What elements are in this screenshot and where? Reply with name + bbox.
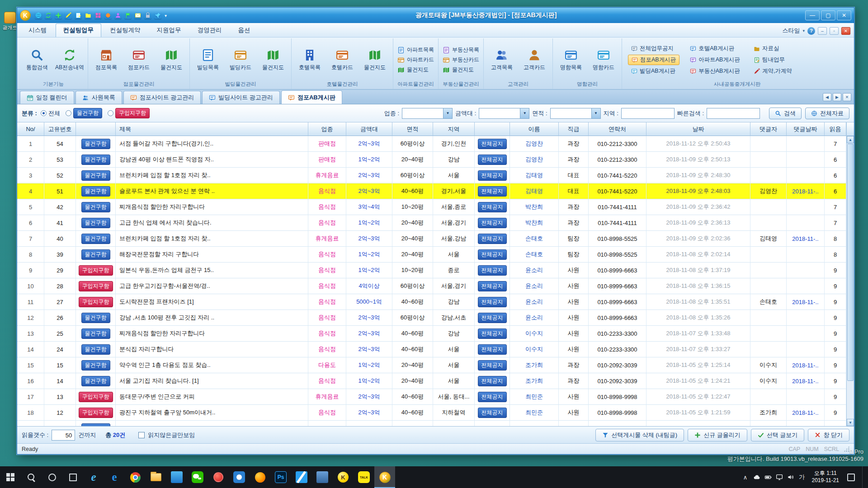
mail-icon[interactable] [134,12,142,19]
column-header[interactable]: 고유번호 [44,122,76,136]
menu-tab[interactable]: 컨설팅업무 [56,23,102,37]
document-icon[interactable] [75,12,82,19]
table-row[interactable]: 641물건구함고급 한식 업체 에서 자리 찾습니다.음식점1억~2억20~40… [17,215,846,231]
filter-select[interactable]: ▼ [550,108,601,119]
show-desktop-button[interactable] [862,466,864,488]
filter-select[interactable]: ▼ [402,108,453,119]
usb-icon[interactable] [154,12,161,19]
ribbon-item[interactable]: AB전송내역 [54,47,85,73]
view-selected-button[interactable]: 선택 글보기 [751,429,805,441]
taskbar-kakaotalk[interactable]: TALK [354,466,374,488]
column-header[interactable]: 날짜 [646,122,750,136]
ribbon-item[interactable]: 호텔카드 [326,47,358,73]
column-header[interactable]: 지역 [433,122,475,136]
document-tab[interactable]: 점포사이트 광고관리 [123,91,201,104]
tab-scroll-left-button[interactable]: ◀ [823,93,831,101]
ribbon-item[interactable]: 점포카드 [123,47,155,73]
edit-icon[interactable] [65,12,72,19]
board-item[interactable]: 전체업무공지 [628,44,679,53]
board-item[interactable]: 빌딩AB게시판 [628,66,679,76]
taskbar-search[interactable] [21,466,42,488]
column-header[interactable] [475,122,510,136]
mdi-minimize-button[interactable]: – [818,27,827,35]
tray-network-icon[interactable] [776,474,783,481]
table-row[interactable]: 1515물건구함약수역 인근 1층 다용도 점포 찾습..다용도1억~2억20~… [17,357,846,373]
sync-icon[interactable] [45,12,52,19]
board-item[interactable]: 자료실 [750,44,795,53]
column-header[interactable]: 읽음 [825,122,846,136]
taskbar-cortana[interactable] [42,466,62,488]
read-count-input[interactable]: 50 [52,430,75,441]
document-tab[interactable]: 빌딩사이트 광고관리 [202,91,280,104]
taskbar-photoshop[interactable]: Ps [270,466,291,488]
table-row[interactable]: 154물건구함서점 들어갈 자리 구합니다(경기,인..판매점2억~3억60평이… [17,136,846,152]
scroll-up-button[interactable]: ▲ [847,136,854,143]
desktop-shortcut[interactable]: 광개토 [2,12,18,31]
table-row[interactable]: 352물건구함브런치카페 입점 할 1호점 자리 찾..휴게음료2억~3억60평… [17,168,846,183]
menu-tab[interactable]: 컨설팅계약 [102,23,148,37]
menu-tab[interactable]: 경영관리 [190,23,230,37]
column-header[interactable] [76,122,116,136]
filter-radio[interactable]: 전체 [41,109,60,117]
taskbar-camera[interactable] [229,466,250,488]
record-icon[interactable] [104,12,112,19]
column-header[interactable]: 업종 [308,122,346,136]
taskbar-task-view[interactable] [62,466,83,488]
ribbon-item[interactable]: 고객목록 [486,47,518,73]
add-icon[interactable] [55,12,62,19]
taskbar-wechat[interactable] [187,466,208,488]
column-header[interactable]: 면적 [392,122,433,136]
ribbon-item[interactable]: 부동산카드 [441,56,481,64]
tray-battery-icon[interactable] [764,474,772,481]
taskbar-gwanggaeto[interactable]: K [374,466,395,488]
delete-selected-button[interactable]: 선택게시물 삭제 (내팀글) [595,429,684,441]
ribbon-item[interactable]: 부동산목록 [441,46,481,54]
ribbon-item[interactable]: 물건지도 [441,66,476,74]
style-menu[interactable]: 스타일 [782,27,800,35]
taskbar-obs-record[interactable] [208,466,229,488]
filter-input[interactable] [621,108,675,119]
table-row[interactable]: 1325물건구함찌개음식점 할만한 자리구합니다음식점2억~3억40~60평강남… [17,326,846,342]
ribbon-item[interactable]: 통합검색 [21,47,53,73]
taskbar-edge[interactable]: e [104,466,125,488]
document-tab[interactable]: 사원목록 [75,91,122,104]
unread-only-checkbox[interactable] [138,432,145,438]
ribbon-item[interactable]: 물건지도 [359,47,391,73]
taskbar-photos[interactable] [166,466,187,488]
tray-volume-icon[interactable] [787,474,794,481]
table-row[interactable]: 1028구입지구함고급 한우고기집구함-서울전역/경..음식점4억이상60평이상… [17,278,846,294]
mdi-close-button[interactable]: ✕ [841,27,850,35]
table-row[interactable]: 1812구입지구함광진구 지하철역 출구앞 50m이내거..음식점2억~3억40… [17,405,846,421]
search-button[interactable]: 검색 [769,108,802,119]
close-window-button[interactable]: 창 닫기 [808,429,849,441]
help-button[interactable]: ? [807,27,815,35]
table-row[interactable]: 253물건구함강남권 40평 이상 핸드폰 직영점 자..판매점1억~2억20~… [17,152,846,168]
folder-icon[interactable] [85,12,92,19]
board-item[interactable]: 부동산AB게시판 [687,66,743,76]
taskbar-clock[interactable]: 오후 1:11 2019-11-21 [810,470,841,484]
home-icon[interactable] [35,12,42,19]
action-center-icon[interactable] [847,474,855,481]
table-row[interactable]: 1226물건구함강남 ,서초 100평 전후 고깃집 자리 ..음식점2억~3억… [17,310,846,326]
ribbon-item[interactable]: 물건지도 [396,66,430,74]
ribbon-item[interactable]: 아파트목록 [396,46,436,54]
scrollbar-track[interactable] [847,143,854,419]
scrollbar-thumb[interactable] [847,144,854,381]
vertical-scrollbar[interactable]: ▲ ▼ [846,122,854,426]
board-item[interactable]: 팀내업무 [750,55,795,65]
ribbon-item[interactable]: 고객카드 [519,47,550,73]
taskbar-kakao-k[interactable]: K [333,466,354,488]
user-icon[interactable] [114,12,122,19]
flag-icon[interactable] [124,12,132,19]
document-tab[interactable]: 점포AB게시판 [281,90,342,104]
tray-hidden-icons[interactable]: ∧ [742,474,749,481]
table-row[interactable]: 1713구입지구함동대문구/주변 인근으로 커피휴게음료2억~3억40~60평서… [17,389,846,405]
ribbon-item[interactable]: 호텔목록 [294,47,326,73]
minimize-button[interactable]: — [805,10,820,20]
tab-scroll-right-button[interactable]: ▶ [833,93,841,101]
toolbar-customize-icon[interactable]: ▾ [165,13,167,18]
menu-tab[interactable]: 지원업무 [149,23,189,37]
taskbar-ie[interactable]: e [83,466,104,488]
ribbon-item[interactable]: 빌딩목록 [192,47,224,73]
mdi-restore-button[interactable]: ▫ [830,27,839,35]
